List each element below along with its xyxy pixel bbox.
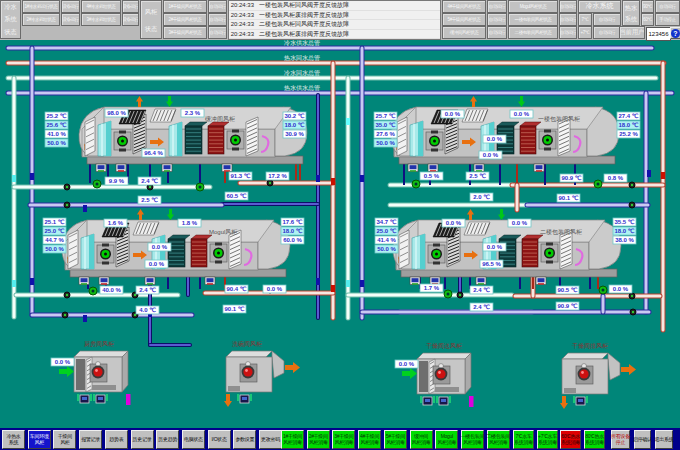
svg-text:9.9 %: 9.9 % bbox=[109, 178, 125, 184]
svg-text:二楼包装间风柜: 二楼包装间风柜 bbox=[540, 229, 582, 236]
svg-text:18.0 ℃: 18.0 ℃ bbox=[284, 122, 304, 128]
svg-text:25.6 ℃: 25.6 ℃ bbox=[46, 122, 66, 128]
svg-text:2.4 ℃: 2.4 ℃ bbox=[473, 304, 490, 310]
svg-text:25.0 ℃: 25.0 ℃ bbox=[376, 228, 396, 234]
svg-text:98.0 %: 98.0 % bbox=[107, 110, 126, 116]
svg-text:25.2 %: 25.2 % bbox=[619, 131, 638, 137]
svg-text:热水供水总管: 热水供水总管 bbox=[284, 84, 320, 92]
svg-text:41.0 %: 41.0 % bbox=[47, 131, 66, 137]
svg-text:18.0 ℃: 18.0 ℃ bbox=[618, 122, 638, 128]
svg-text:1.7 %: 1.7 % bbox=[424, 285, 440, 291]
svg-text:厨房间风柜: 厨房间风柜 bbox=[84, 340, 114, 348]
svg-text:干燥间送风柜: 干燥间送风柜 bbox=[425, 342, 462, 350]
svg-text:Mogul风柜: Mogul风柜 bbox=[209, 229, 237, 235]
svg-text:冷水回水总管: 冷水回水总管 bbox=[284, 69, 320, 77]
svg-text:35.5 ℃: 35.5 ℃ bbox=[614, 219, 634, 225]
svg-text:干燥间排风柜: 干燥间排风柜 bbox=[571, 342, 608, 350]
svg-text:0.0 %: 0.0 % bbox=[149, 261, 165, 267]
svg-text:0.0 %: 0.0 % bbox=[613, 286, 629, 292]
svg-text:91.3 ℃: 91.3 ℃ bbox=[230, 173, 250, 179]
svg-text:40.0 %: 40.0 % bbox=[102, 287, 121, 293]
svg-text:90.4 ℃: 90.4 ℃ bbox=[226, 286, 246, 292]
svg-text:0.0 %: 0.0 % bbox=[514, 111, 530, 117]
svg-text:50.0 %: 50.0 % bbox=[47, 140, 66, 146]
svg-text:25.0 ℃: 25.0 ℃ bbox=[44, 228, 64, 234]
svg-text:洗碗间风柜: 洗碗间风柜 bbox=[232, 340, 262, 348]
svg-text:0.0 %: 0.0 % bbox=[446, 220, 462, 226]
svg-text:冷水供水总管: 冷水供水总管 bbox=[284, 39, 320, 47]
svg-text:25.7 ℃: 25.7 ℃ bbox=[375, 113, 395, 119]
svg-text:90.5 ℃: 90.5 ℃ bbox=[557, 287, 577, 293]
svg-text:50.0 %: 50.0 % bbox=[376, 140, 395, 146]
svg-text:0.0 %: 0.0 % bbox=[267, 286, 283, 292]
svg-text:38.0 %: 38.0 % bbox=[615, 237, 634, 243]
svg-text:90.1 ℃: 90.1 ℃ bbox=[558, 195, 578, 201]
svg-text:96.4 %: 96.4 % bbox=[144, 150, 163, 156]
svg-text:90.9 ℃: 90.9 ℃ bbox=[561, 175, 581, 181]
svg-text:17.2 %: 17.2 % bbox=[268, 173, 287, 179]
svg-text:2.3 %: 2.3 % bbox=[185, 110, 201, 116]
svg-text:90.9 ℃: 90.9 ℃ bbox=[557, 303, 577, 309]
svg-text:34.7 ℃: 34.7 ℃ bbox=[376, 219, 396, 225]
svg-text:1.6 %: 1.6 % bbox=[108, 220, 124, 226]
svg-text:18.0 ℃: 18.0 ℃ bbox=[282, 228, 302, 234]
svg-text:0.0 %: 0.0 % bbox=[487, 244, 503, 250]
svg-text:27.6 %: 27.6 % bbox=[376, 131, 395, 137]
svg-text:35.0 ℃: 35.0 ℃ bbox=[375, 122, 395, 128]
svg-text:25.2 ℃: 25.2 ℃ bbox=[46, 113, 66, 119]
svg-text:2.4 ℃: 2.4 ℃ bbox=[139, 287, 156, 293]
svg-text:0.0 %: 0.0 % bbox=[55, 359, 71, 365]
svg-text:0.8 %: 0.8 % bbox=[608, 175, 624, 181]
svg-text:30.2 ℃: 30.2 ℃ bbox=[284, 113, 304, 119]
svg-text:96.5 %: 96.5 % bbox=[482, 261, 501, 267]
svg-text:30.9 %: 30.9 % bbox=[285, 131, 304, 137]
svg-text:44.7 %: 44.7 % bbox=[45, 237, 64, 243]
svg-text:4.0 ℃: 4.0 ℃ bbox=[139, 307, 156, 313]
svg-text:60.0 %: 60.0 % bbox=[283, 237, 302, 243]
svg-text:27.4 ℃: 27.4 ℃ bbox=[618, 113, 638, 119]
svg-text:2.4 ℃: 2.4 ℃ bbox=[141, 178, 158, 184]
svg-text:热水回水总管: 热水回水总管 bbox=[284, 54, 320, 62]
svg-text:0.0 %: 0.0 % bbox=[487, 136, 503, 142]
svg-text:0.0 %: 0.0 % bbox=[152, 244, 168, 250]
svg-text:90.1 ℃: 90.1 ℃ bbox=[224, 306, 244, 312]
svg-text:17.6 ℃: 17.6 ℃ bbox=[282, 219, 302, 225]
svg-text:18.0 ℃: 18.0 ℃ bbox=[614, 228, 634, 234]
svg-text:1.8 %: 1.8 % bbox=[182, 220, 198, 226]
svg-text:2.5 ℃: 2.5 ℃ bbox=[141, 197, 158, 203]
svg-text:50.0 %: 50.0 % bbox=[377, 246, 396, 252]
svg-text:60.5 ℃: 60.5 ℃ bbox=[226, 193, 246, 199]
svg-text:0.0 %: 0.0 % bbox=[512, 220, 528, 226]
svg-text:一楼包装间风柜: 一楼包装间风柜 bbox=[538, 116, 580, 123]
svg-text:0.0 %: 0.0 % bbox=[483, 152, 499, 158]
svg-text:2.5 ℃: 2.5 ℃ bbox=[469, 173, 486, 179]
svg-text:0.0 %: 0.0 % bbox=[445, 111, 461, 117]
svg-text:2.4 ℃: 2.4 ℃ bbox=[473, 287, 490, 293]
svg-text:2.0 ℃: 2.0 ℃ bbox=[473, 194, 490, 200]
svg-text:50.0 %: 50.0 % bbox=[45, 246, 64, 252]
svg-text:25.1 ℃: 25.1 ℃ bbox=[44, 219, 64, 225]
svg-text:41.4 %: 41.4 % bbox=[377, 237, 396, 243]
svg-text:缓冲间风柜: 缓冲间风柜 bbox=[205, 116, 235, 123]
svg-text:0.0 %: 0.0 % bbox=[399, 361, 415, 367]
svg-text:0.5 %: 0.5 % bbox=[424, 173, 440, 179]
